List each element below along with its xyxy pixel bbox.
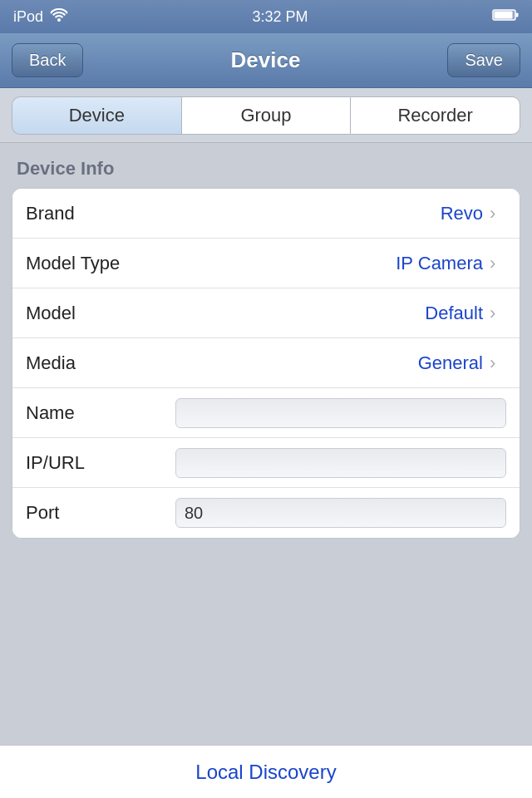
model-label: Model [26,303,175,324]
segmented-control: Device Group Recorder [0,88,532,143]
tab-recorder[interactable]: Recorder [350,96,520,135]
name-label: Name [26,402,175,424]
ip-url-row: IP/URL [12,438,520,488]
tab-device[interactable]: Device [12,96,181,135]
ip-url-label: IP/URL [26,452,175,474]
status-right [492,7,519,27]
wifi-icon [50,8,68,26]
svg-rect-1 [494,11,512,18]
tab-group[interactable]: Group [181,96,351,135]
local-discovery-button[interactable]: Local Discovery [0,745,532,798]
nav-bar: Back Device Save [0,33,532,88]
model-chevron-icon: › [490,303,506,324]
brand-chevron-icon: › [490,203,506,224]
battery-icon [492,7,519,27]
nav-title: Device [231,47,301,73]
model-type-value: IP Camera [175,253,490,274]
port-input[interactable] [175,498,506,528]
ip-url-input[interactable] [175,448,506,478]
port-row: Port [12,488,520,538]
name-input[interactable] [175,398,506,428]
media-row[interactable]: Media General › [12,338,520,388]
model-type-chevron-icon: › [490,253,506,274]
name-row: Name [12,388,520,438]
section-header: Device Info [0,143,532,188]
model-type-row[interactable]: Model Type IP Camera › [12,239,520,288]
status-bar: iPod 3:32 PM [0,0,532,33]
status-left: iPod [13,8,68,26]
svg-rect-2 [515,12,518,17]
model-value: Default [175,303,490,324]
back-button[interactable]: Back [12,43,83,77]
local-discovery-label: Local Discovery [195,761,336,784]
media-chevron-icon: › [490,352,506,374]
status-time: 3:32 PM [252,8,308,26]
media-label: Media [26,352,175,374]
brand-label: Brand [26,203,175,224]
model-type-label: Model Type [26,253,175,274]
device-info-form: Brand Revo › Model Type IP Camera › Mode… [12,188,520,539]
brand-value: Revo [175,203,490,224]
save-button[interactable]: Save [447,43,520,77]
device-label: iPod [13,8,43,26]
brand-row[interactable]: Brand Revo › [12,189,520,239]
media-value: General [175,352,490,374]
port-label: Port [26,502,175,524]
model-row[interactable]: Model Default › [12,288,520,338]
